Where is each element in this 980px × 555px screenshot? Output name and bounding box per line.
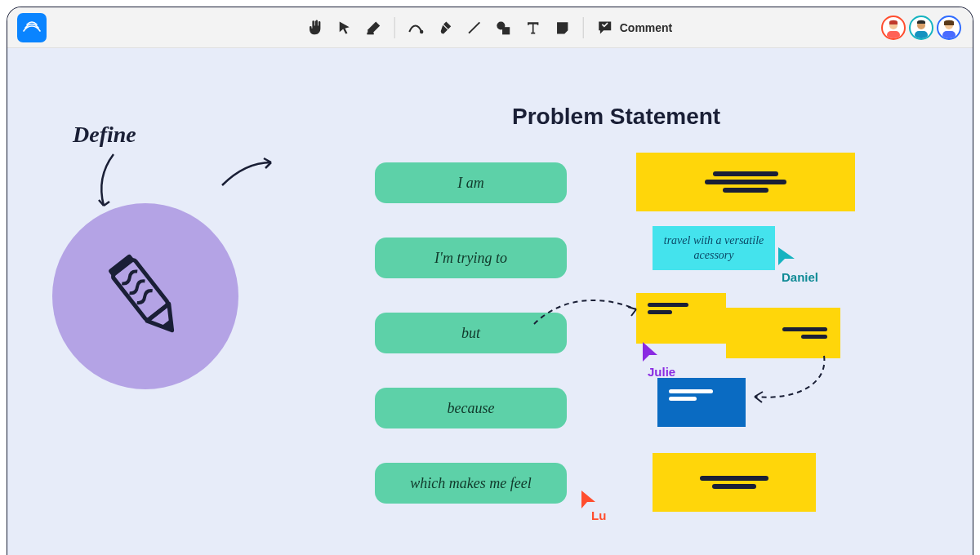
avatar-daniel[interactable] — [909, 16, 933, 40]
note-content-line — [700, 476, 768, 481]
sticky-note-icon — [555, 20, 571, 36]
shape-tool[interactable] — [490, 14, 518, 42]
pointer-tool[interactable] — [331, 14, 359, 42]
note-content-line — [723, 188, 768, 193]
app-logo[interactable] — [17, 13, 47, 42]
avatar-icon — [883, 17, 904, 38]
note-content-line — [713, 171, 778, 176]
svg-rect-7 — [915, 31, 928, 38]
pencil-icon — [100, 243, 190, 349]
svg-point-1 — [421, 30, 423, 33]
collaborator-avatars — [881, 16, 961, 40]
hand-tool[interactable] — [301, 14, 329, 42]
comment-tool[interactable]: Comment — [590, 16, 679, 39]
define-circle[interactable] — [52, 203, 238, 389]
sticky-note-blue[interactable] — [657, 378, 746, 427]
marker-tool[interactable] — [431, 14, 459, 42]
pointer-icon — [337, 20, 352, 35]
prompt-pill[interactable]: which makes me feel — [375, 463, 567, 504]
marker-icon — [437, 20, 453, 36]
comment-icon — [597, 20, 613, 36]
avatar-icon — [911, 17, 932, 38]
toolbar-separator — [394, 17, 395, 38]
line-tool[interactable] — [461, 14, 488, 42]
prompt-pill[interactable]: because — [375, 388, 567, 428]
cursor-label-julie: Julie — [648, 365, 675, 379]
comment-label: Comment — [620, 21, 673, 34]
note-content-line — [712, 484, 756, 489]
sticky-note-cyan[interactable]: travel with a versatile acessory — [653, 226, 775, 270]
avatar-icon — [938, 17, 960, 38]
cursor-label-lu: Lu — [591, 508, 606, 522]
text-tool[interactable] — [519, 14, 547, 42]
define-label: Define — [73, 122, 136, 148]
prompt-pill[interactable]: I'm trying to — [375, 238, 567, 278]
whiteboard-canvas[interactable]: Define Problem Statement I — [7, 48, 973, 555]
svg-rect-0 — [367, 32, 373, 34]
logo-icon — [23, 20, 41, 35]
prompt-pill[interactable]: I am — [375, 162, 567, 203]
note-content-line — [782, 327, 827, 331]
avatar-lu[interactable] — [881, 16, 906, 40]
arrow-dashed — [530, 291, 653, 332]
sticky-note[interactable] — [653, 453, 816, 512]
app-frame: Comment Define — [7, 7, 973, 555]
page-title: Problem Statement — [512, 104, 720, 130]
note-content-line — [801, 335, 827, 339]
note-content-line — [669, 389, 713, 393]
sticky-note-tool[interactable] — [549, 14, 577, 42]
svg-rect-9 — [942, 31, 956, 38]
avatar-julie[interactable] — [937, 16, 961, 40]
line-icon — [466, 20, 483, 36]
pen-icon — [408, 20, 424, 36]
toolbar-separator — [583, 17, 584, 38]
eraser-tool[interactable] — [360, 14, 388, 42]
hand-icon — [307, 20, 323, 36]
sticky-note[interactable] — [636, 153, 855, 211]
arrow-dashed — [738, 352, 836, 417]
cursor-label-daniel: Daniel — [782, 270, 818, 284]
toolbar-tools: Comment — [301, 14, 679, 42]
svg-rect-3 — [502, 27, 510, 34]
eraser-icon — [366, 20, 382, 36]
cursor-julie — [639, 340, 659, 363]
text-icon — [525, 20, 541, 36]
cursor-daniel — [777, 246, 796, 267]
arrow-circle-out — [218, 153, 283, 193]
note-content-line — [705, 180, 786, 184]
note-content-line — [669, 397, 697, 401]
note-content-line — [648, 303, 688, 307]
pen-tool[interactable] — [402, 14, 430, 42]
top-toolbar: Comment — [7, 7, 973, 48]
svg-rect-5 — [887, 31, 900, 38]
sticky-note[interactable] — [726, 308, 840, 358]
shape-icon — [496, 20, 512, 36]
cursor-lu — [579, 489, 597, 510]
